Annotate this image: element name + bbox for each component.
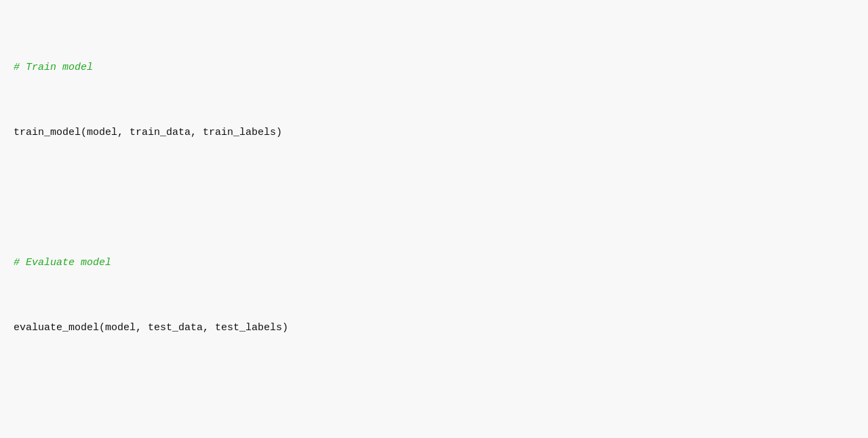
code-line-3 — [14, 190, 854, 206]
code-editor: # Train model train_model(model, train_d… — [0, 11, 868, 438]
code-line-4: # Evaluate model — [14, 255, 854, 271]
code-line-2: train_model(model, train_data, train_lab… — [14, 125, 854, 141]
code-evaluate-model-call: evaluate_model(model, test_data, test_la… — [14, 322, 288, 334]
comment-evaluate-model: # Evaluate model — [14, 257, 111, 268]
code-train-model-call: train_model(model, train_data, train_lab… — [14, 127, 282, 138]
comment-train-model: # Train model — [14, 62, 93, 73]
code-line-1: # Train model — [14, 60, 854, 76]
code-line-6 — [14, 385, 854, 401]
code-line-5: evaluate_model(model, test_data, test_la… — [14, 320, 854, 336]
